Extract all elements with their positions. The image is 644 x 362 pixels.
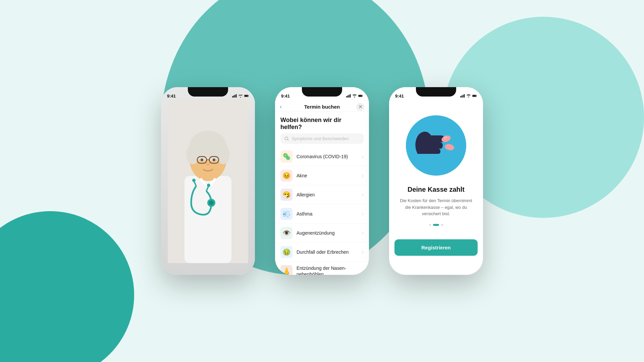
- dot-3: [441, 224, 443, 226]
- svg-rect-29: [350, 94, 351, 98]
- condition-label: Allergien: [297, 192, 358, 197]
- phone-doctor: 9:41: [161, 87, 255, 275]
- phone-nav: ‹ Termin buchen ✕: [275, 102, 369, 112]
- svg-point-30: [354, 97, 355, 98]
- wifi-icon-1: [238, 94, 243, 98]
- page-dots: [429, 224, 443, 226]
- phone-1-content: [161, 87, 255, 275]
- signal-icon-3: [460, 94, 465, 98]
- svg-rect-5: [245, 95, 248, 97]
- svg-point-18: [213, 159, 215, 161]
- svg-rect-3: [236, 94, 236, 98]
- condition-label: Augenentzündung: [297, 230, 358, 236]
- condition-label-asthma: Asthma: [297, 211, 358, 217]
- svg-rect-28: [348, 95, 349, 98]
- condition-icon: 💨: [280, 208, 292, 220]
- chevron-icon: ›: [362, 154, 364, 159]
- svg-point-34: [285, 137, 288, 140]
- notch-1: [188, 87, 228, 97]
- battery-icon-2: [358, 94, 363, 98]
- list-item-asthma[interactable]: 💨 Asthma ›: [275, 204, 369, 224]
- status-icons-3: [460, 94, 477, 98]
- svg-rect-43: [477, 96, 477, 96]
- chevron-icon: ›: [362, 249, 364, 255]
- svg-rect-37: [462, 96, 462, 98]
- back-button[interactable]: ‹: [280, 103, 282, 110]
- condition-label: Entzündung der Nasen-nebenhöhlen: [297, 265, 358, 275]
- doctor-illustration: [168, 99, 248, 263]
- notch-3: [416, 87, 456, 97]
- svg-rect-2: [234, 95, 235, 98]
- dot-2-active: [433, 224, 439, 226]
- registration-title: Deine Kasse zahlt: [401, 186, 471, 193]
- nav-title: Termin buchen: [304, 104, 340, 110]
- svg-rect-36: [460, 96, 461, 98]
- dot-1: [429, 224, 431, 226]
- chevron-icon: ›: [362, 192, 364, 197]
- battery-icon-1: [244, 94, 249, 98]
- registration-description: Die Kosten für den Termin übernimmt die …: [389, 197, 483, 217]
- condition-icon: 🤧: [280, 189, 292, 201]
- chevron-icon: ›: [362, 211, 364, 217]
- phones-container: 9:41: [0, 0, 644, 362]
- phone-2-content: ‹ Termin buchen ✕ Wobei können wir dir h…: [275, 87, 369, 275]
- hand-illustration: [411, 124, 461, 167]
- svg-rect-32: [359, 95, 362, 97]
- condition-label: Coronavirus (COVID-19): [297, 154, 358, 159]
- svg-point-21: [209, 200, 214, 205]
- status-icons-2: [346, 94, 363, 98]
- status-icons-1: [232, 94, 249, 98]
- svg-point-45: [444, 143, 455, 151]
- svg-line-35: [287, 139, 288, 140]
- condition-icon: 😣: [280, 170, 292, 182]
- chevron-icon: ›: [362, 230, 364, 236]
- phone-list: 9:41: [275, 87, 369, 275]
- svg-rect-6: [249, 96, 249, 96]
- list-item[interactable]: 👃 Entzündung der Nasen-nebenhöhlen ›: [275, 262, 369, 275]
- list-item[interactable]: 😣 Akne ›: [275, 166, 369, 185]
- signal-icon-1: [232, 94, 237, 98]
- list-item[interactable]: 🤢 Durchfall oder Erbrechen ›: [275, 243, 369, 262]
- condition-icon: 👃: [280, 265, 292, 275]
- svg-rect-42: [473, 95, 476, 97]
- list-item[interactable]: 🤧 Allergien ›: [275, 185, 369, 204]
- chevron-icon: ›: [362, 268, 364, 274]
- list-item[interactable]: 👁️ Augenentzündung ›: [275, 224, 369, 243]
- condition-label: Akne: [297, 173, 358, 178]
- close-button[interactable]: ✕: [356, 103, 364, 111]
- svg-rect-27: [347, 96, 348, 98]
- search-icon: [284, 136, 289, 141]
- svg-point-17: [201, 159, 203, 161]
- wifi-icon-2: [352, 94, 357, 98]
- search-placeholder: Symptome und Beschwerden: [292, 136, 349, 141]
- wifi-icon-3: [466, 94, 471, 98]
- condition-icon: 👁️: [280, 227, 292, 239]
- condition-label: Durchfall oder Erbrechen: [297, 249, 358, 255]
- signal-icon-2: [346, 94, 351, 98]
- svg-rect-26: [346, 96, 347, 98]
- status-time-1: 9:41: [167, 94, 176, 99]
- svg-point-25: [207, 184, 210, 187]
- status-time-2: 9:41: [281, 94, 290, 99]
- notch-2: [302, 87, 342, 97]
- svg-point-40: [468, 97, 469, 98]
- condition-icon: 🤢: [280, 246, 292, 258]
- phone-registration: 9:41: [389, 87, 483, 275]
- register-button[interactable]: Registrieren: [394, 239, 478, 256]
- svg-rect-39: [464, 94, 465, 98]
- svg-rect-38: [463, 95, 463, 98]
- conditions-list: 🦠 Coronavirus (COVID-19) › 😣 Akne › 🤧 Al…: [275, 147, 369, 275]
- svg-point-24: [192, 179, 196, 182]
- svg-rect-33: [363, 96, 363, 96]
- battery-icon-3: [472, 94, 477, 98]
- svg-rect-0: [232, 96, 233, 98]
- search-bar[interactable]: Symptome und Beschwerden: [280, 133, 364, 144]
- svg-rect-1: [233, 96, 234, 98]
- illustration-circle: [406, 115, 466, 176]
- chevron-icon: ›: [362, 173, 364, 178]
- list-header: Wobei können wir dir helfen?: [275, 112, 369, 133]
- list-item[interactable]: 🦠 Coronavirus (COVID-19) ›: [275, 147, 369, 166]
- status-time-3: 9:41: [395, 94, 404, 99]
- phone-3-content: Deine Kasse zahlt Die Kosten für den Ter…: [389, 87, 483, 275]
- doctor-background: [161, 87, 255, 275]
